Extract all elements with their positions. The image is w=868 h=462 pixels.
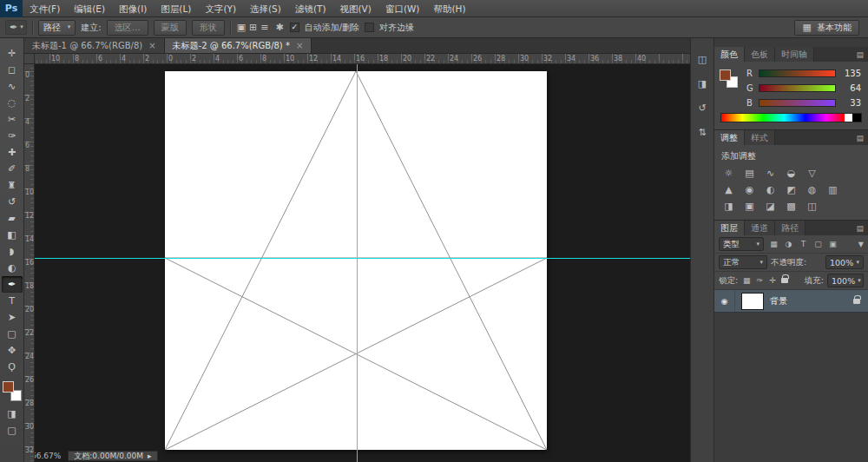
filter-toggle-icon[interactable]: ▼	[858, 241, 864, 248]
menu-item[interactable]: 文字(Y)	[198, 0, 243, 17]
menu-item[interactable]: 文件(F)	[23, 0, 67, 17]
channel-value[interactable]: 33	[840, 98, 861, 108]
document-tab[interactable]: 未标题-2 @ 66.7%(RGB/8) *×	[165, 38, 312, 53]
lock-icon[interactable]: ✑	[754, 274, 765, 287]
color-foreground-swatch[interactable]	[720, 69, 731, 81]
lock-icon[interactable]: ▦	[741, 274, 752, 287]
color-spectrum-bar[interactable]	[720, 113, 862, 122]
panel-tab[interactable]: 样式	[745, 130, 775, 145]
adjustment-icon[interactable]: ▲	[720, 182, 738, 197]
ruler-origin-corner[interactable]	[24, 54, 35, 64]
eraser-tool[interactable]: ▰	[2, 210, 23, 227]
adjustment-icon[interactable]: ◐	[761, 182, 779, 197]
brush-tool[interactable]: ✐	[2, 161, 23, 177]
clone-stamp-tool[interactable]: ♜	[2, 177, 23, 194]
channel-slider[interactable]	[759, 84, 836, 92]
adjustment-icon[interactable]: ∿	[761, 166, 779, 181]
vertical-ruler[interactable]: 02468101214161820222426283032	[24, 64, 35, 462]
lock-icon[interactable]: ✛	[767, 274, 778, 287]
align-edges-checkbox[interactable]	[365, 23, 374, 32]
path-selection-tool[interactable]: ➤	[2, 309, 23, 326]
pen-tool[interactable]: ✒	[2, 276, 23, 293]
panel-tab[interactable]: 颜色	[714, 47, 745, 62]
adjustment-icon[interactable]: ▽	[803, 166, 821, 181]
history-brush-tool[interactable]: ↺	[2, 194, 23, 210]
opacity-select[interactable]: 100% ▾	[825, 255, 864, 269]
visibility-eye-icon[interactable]: ◉	[714, 290, 735, 312]
layer-filter-type-select[interactable]: 类型 ▾	[719, 237, 764, 251]
channel-slider[interactable]	[759, 69, 836, 77]
quick-selection-tool[interactable]: ◌	[2, 95, 23, 111]
adjustment-icon[interactable]: ☼	[720, 166, 738, 181]
menu-item[interactable]: 帮助(H)	[426, 0, 472, 17]
panel-menu-icon[interactable]: ▤	[856, 50, 868, 59]
tab-close-icon[interactable]: ×	[296, 41, 303, 50]
horizontal-guide[interactable]	[35, 258, 690, 259]
make-selection-button[interactable]: 选区…	[107, 20, 148, 36]
panel-menu-icon[interactable]: ▤	[856, 224, 868, 233]
channel-slider[interactable]	[759, 99, 836, 107]
collapsed-panel-icon[interactable]: ⇅	[694, 125, 711, 140]
dodge-tool[interactable]: ◐	[2, 260, 23, 276]
type-tool[interactable]: T	[2, 293, 23, 309]
shape-tool[interactable]: ▢	[2, 326, 23, 342]
adjustment-icon[interactable]: ◒	[782, 166, 800, 181]
path-operation-icon[interactable]: ≡	[260, 22, 269, 33]
panel-tab[interactable]: 路径	[775, 221, 806, 235]
path-operation-icon[interactable]: ⊞	[248, 22, 258, 33]
panel-tab[interactable]: 通道	[745, 221, 775, 235]
gradient-tool[interactable]: ◧	[2, 227, 23, 243]
color-swatch-widget[interactable]	[720, 68, 740, 90]
make-shape-button[interactable]: 形状	[192, 20, 225, 36]
collapsed-panel-icon[interactable]: ◫	[694, 52, 711, 67]
adjustment-icon[interactable]: ◉	[740, 182, 759, 197]
rectangular-marquee-tool[interactable]: ◻	[2, 62, 23, 78]
zoom-level[interactable]: 66.67%	[31, 452, 61, 460]
menu-item[interactable]: 滤镜(T)	[288, 0, 333, 17]
quick-mask-button[interactable]: ◨	[2, 406, 23, 422]
collapsed-panel-icon[interactable]: ◨	[694, 76, 711, 91]
path-operation-icon[interactable]: ▣	[236, 22, 247, 33]
lasso-tool[interactable]: ∿	[2, 78, 23, 95]
eyedropper-tool[interactable]: ✑	[2, 128, 23, 144]
menu-item[interactable]: 编辑(E)	[67, 0, 112, 17]
layer-thumbnail[interactable]	[741, 293, 764, 310]
panel-menu-icon[interactable]: ▤	[856, 134, 868, 142]
layer-filter-icon[interactable]: T	[797, 238, 810, 251]
healing-brush-tool[interactable]: ✚	[2, 144, 23, 161]
move-tool[interactable]: ✛	[2, 45, 23, 62]
adjustment-icon[interactable]: ▥	[824, 182, 842, 197]
tool-preset-picker[interactable]: ✒ ▾	[5, 20, 27, 35]
menu-item[interactable]: 窗口(W)	[378, 0, 427, 17]
workspace-switcher[interactable]: ▦ 基本功能	[794, 20, 859, 36]
document-info[interactable]: 文档:0.00M/0.00M ▸	[68, 451, 157, 461]
fill-select[interactable]: 100% ▾	[827, 274, 864, 287]
blur-tool[interactable]: ◗	[2, 243, 23, 260]
adjustment-icon[interactable]: ◩	[782, 182, 800, 197]
canvas-viewport[interactable]	[35, 64, 690, 462]
lock-all-icon[interactable]	[781, 278, 788, 283]
adjustment-icon[interactable]: ◪	[761, 199, 779, 214]
foreground-swatch[interactable]	[3, 381, 14, 393]
layer-filter-icon[interactable]: ▢	[812, 238, 825, 251]
menu-item[interactable]: 图像(I)	[112, 0, 154, 17]
adjustment-icon[interactable]: ▣	[740, 199, 759, 214]
adjustment-icon[interactable]: ▤	[740, 166, 759, 181]
vertical-guide[interactable]	[357, 64, 358, 462]
hand-tool[interactable]: ✥	[2, 342, 23, 359]
channel-value[interactable]: 135	[840, 69, 861, 78]
crop-tool[interactable]: ✂	[2, 111, 23, 128]
horizontal-ruler[interactable]: 1086420246810121416182022242628303234363…	[35, 54, 690, 64]
foreground-background-swatches[interactable]	[3, 381, 22, 401]
panel-tab[interactable]: 色板	[745, 47, 775, 62]
layer-row-background[interactable]: ◉ 背景	[714, 290, 868, 313]
menu-item[interactable]: 视图(V)	[332, 0, 378, 17]
status-arrow-icon[interactable]: ▸	[148, 452, 152, 460]
menu-item[interactable]: 图层(L)	[154, 0, 198, 17]
document-tab[interactable]: 未标题-1 @ 66.7%(RGB/8)×	[24, 38, 165, 53]
layer-filter-icon[interactable]: ◑	[782, 238, 795, 251]
auto-add-checkbox[interactable]: ✓	[290, 23, 299, 32]
adjustment-icon[interactable]: ◫	[803, 199, 821, 214]
panel-tab[interactable]: 图层	[714, 221, 745, 235]
channel-value[interactable]: 64	[840, 83, 861, 93]
